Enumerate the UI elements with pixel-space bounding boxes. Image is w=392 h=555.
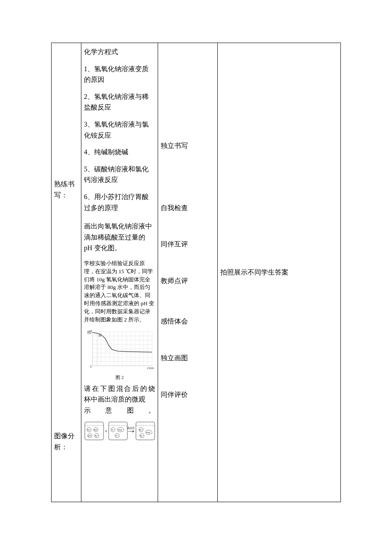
- lesson-plan-table: 熟练书写： 图像分析： 化学方程式 1、氢氧化钠溶液变质的原因 2、氢氧化钠溶液…: [51, 43, 341, 502]
- beaker-svg: Na⁺ OH⁻ OH⁻ Na⁺ + H⁺ SO₄²⁻: [84, 420, 156, 442]
- list-item: 1、氢氧化钠溶液变质的原因: [84, 64, 155, 85]
- svg-text:Na⁺: Na⁺: [139, 429, 143, 431]
- list-item: 3、氢氧化钠溶液与氯化铵反应: [84, 119, 155, 141]
- list-item: 4、纯碱制烧碱: [84, 147, 155, 158]
- arrow-label: 混合后: [127, 427, 135, 429]
- activity-item: 自我检查: [161, 202, 215, 214]
- column-1: 熟练书写： 图像分析：: [52, 43, 81, 502]
- activity-item: 教师点评: [161, 275, 215, 286]
- svg-text:0: 0: [90, 365, 92, 369]
- table-row: 熟练书写： 图像分析： 化学方程式 1、氢氧化钠溶液变质的原因 2、氢氧化钠溶液…: [52, 43, 341, 502]
- svg-text:H⁺: H⁺: [116, 435, 119, 437]
- ph-chart: pH 14 0 t/min M 图 2: [84, 327, 155, 382]
- section-title: 化学方程式: [84, 46, 155, 58]
- teacher-action: 拍照展示不同学生答案: [220, 267, 338, 278]
- activity-item: 同伴互评: [161, 239, 215, 250]
- ph-instruction: 画出向氢氧化钠溶液中滴加稀硫酸至过量的 pH 变化图。: [84, 221, 155, 254]
- chart-caption: 图 2: [84, 374, 155, 382]
- svg-text:SO₄²⁻: SO₄²⁻: [118, 429, 123, 431]
- beaker-diagram: Na⁺ OH⁻ OH⁻ Na⁺ + H⁺ SO₄²⁻: [84, 420, 155, 446]
- svg-rect-51: [136, 422, 155, 440]
- svg-text:OH⁻: OH⁻: [94, 429, 98, 431]
- svg-text:Na⁺: Na⁺: [95, 435, 99, 437]
- activity-item: 独立画图: [161, 353, 215, 364]
- micro-diagram-instruction: 请 在 下 图 混 合 后 的 烧 杯中画出溶质的微观 示 意 图 。: [84, 383, 155, 416]
- activity-item: 独立书写: [161, 140, 215, 151]
- svg-text:+: +: [105, 428, 108, 434]
- column-4: 拍照展示不同学生答案: [218, 43, 341, 502]
- activity-item: 同伴评价: [161, 389, 215, 400]
- svg-text:Na⁺: Na⁺: [140, 435, 144, 437]
- column-3: 独立书写 自我检查 同伴互评 教师点评 感悟体会 独立画图 同伴评价: [158, 43, 218, 502]
- list-item: 2、氢氧化钠溶液与稀盐酸反应: [84, 91, 155, 113]
- svg-text:OH⁻: OH⁻: [88, 435, 92, 437]
- svg-text:Na⁺: Na⁺: [87, 429, 91, 431]
- svg-text:t/min: t/min: [147, 366, 154, 370]
- svg-text:14: 14: [87, 331, 91, 335]
- svg-text:H⁺: H⁺: [112, 429, 115, 431]
- ph-chart-svg: pH 14 0 t/min M: [84, 327, 156, 370]
- experiment-description: 学校实验小组验证反应原理，在室温为 15 ℃时，同学们将 10g 氢氧化钠固体完…: [84, 260, 155, 324]
- column-2: 化学方程式 1、氢氧化钠溶液变质的原因 2、氢氧化钠溶液与稀盐酸反应 3、氢氧化…: [81, 43, 158, 502]
- svg-text:M: M: [98, 334, 102, 338]
- activity-item: 感悟体会: [161, 316, 215, 327]
- svg-text:SO₄²⁻: SO₄²⁻: [146, 431, 151, 434]
- svg-marker-50: [133, 430, 134, 433]
- label-practice-writing: 熟练书写：: [54, 179, 78, 200]
- list-item: 6、用小苏打治疗胃酸过多的原理: [84, 191, 155, 213]
- list-item: 5、碳酸钠溶液和氯化钙溶液反应: [84, 164, 155, 185]
- label-image-analysis: 图像分析：: [54, 431, 78, 452]
